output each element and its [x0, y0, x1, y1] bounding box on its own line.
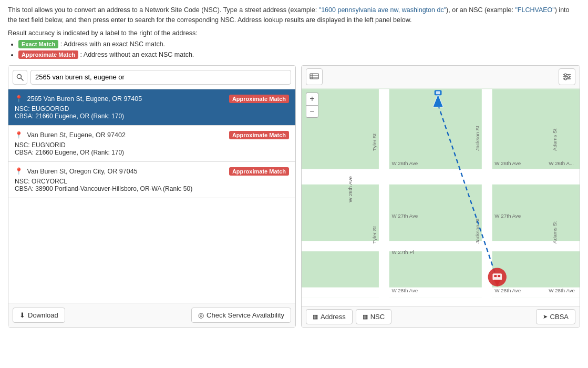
zoom-out-button[interactable]: − [306, 105, 318, 118]
svg-text:W 27th Ave: W 27th Ave [391, 213, 418, 219]
search-icon-button[interactable] [13, 70, 27, 85]
svg-rect-50 [494, 275, 497, 277]
result-address-3: 📍 Van Buren St, Oregon City, OR 97045 [15, 167, 138, 175]
zoom-in-button[interactable]: + [306, 93, 318, 105]
result-header-1: 📍 2565 Van Buren St, Eugene, OR 97405 Ap… [15, 95, 289, 103]
check-service-label: Check Service Availability [207, 311, 284, 319]
exact-match-desc: : Address with an exact NSC match. [60, 40, 165, 48]
result-item-2[interactable]: 📍 Van Buren St, Eugene, OR 97402 Approxi… [8, 126, 295, 162]
svg-point-9 [564, 74, 566, 76]
cbsa-label: CBSA [550, 313, 569, 321]
map-filter-button[interactable] [559, 68, 575, 85]
svg-text:W 26th Ave: W 26th Ave [494, 160, 521, 166]
right-panel: W 26th Ave W 26th Ave W 26th A... W 27th… [301, 65, 580, 328]
svg-text:Tyler St: Tyler St [372, 133, 377, 150]
result-item-3[interactable]: 📍 Van Buren St, Oregon City, OR 97045 Ap… [8, 162, 295, 198]
svg-rect-49 [492, 273, 502, 280]
results-list: 📍 2565 Van Buren St, Eugene, OR 97405 Ap… [8, 89, 295, 303]
svg-text:W 26th A...: W 26th A... [549, 160, 574, 166]
cbsa-icon: ➤ [543, 313, 548, 320]
left-panel: 📍 2565 Van Buren St, Eugene, OR 97405 Ap… [8, 65, 296, 328]
pin-icon-1: 📍 [15, 95, 23, 103]
svg-point-0 [17, 74, 22, 78]
left-footer: ⬇ Download ◎ Check Service Availability [8, 303, 295, 327]
download-icon: ⬇ [19, 311, 25, 319]
svg-text:W 27th Ave: W 27th Ave [494, 213, 521, 219]
empty-results-area [8, 198, 295, 240]
svg-text:Adams St: Adams St [552, 128, 558, 151]
result-nsc-3: NSC: ORCYORCL [15, 178, 289, 185]
map-footer: ▦ Address ▦ NSC ➤ CBSA [302, 306, 580, 327]
svg-rect-16 [302, 184, 379, 241]
download-label: Download [28, 311, 58, 319]
approx-match-desc: : Address without an exact NSC match. [80, 51, 194, 58]
exact-match-legend: Exact Match : Address with an exact NSC … [18, 40, 580, 48]
svg-rect-15 [492, 89, 580, 171]
nsc-icon: ▦ [363, 313, 368, 320]
svg-rect-47 [436, 91, 440, 94]
svg-rect-22 [302, 169, 580, 184]
map-footer-left: ▦ Address ▦ NSC [306, 309, 391, 324]
result-nsc-1: NSC: EUGOORGD [15, 105, 289, 113]
download-button[interactable]: ⬇ Download [13, 308, 65, 323]
approx-badge-1: Approximate Match [229, 95, 289, 103]
pin-icon-2: 📍 [15, 131, 23, 139]
zoom-controls: + − [306, 93, 318, 118]
map-footer-right: ➤ CBSA [536, 309, 575, 324]
map-svg: W 26th Ave W 26th Ave W 26th A... W 27th… [302, 88, 580, 306]
svg-rect-25 [302, 298, 580, 306]
svg-text:W 28th Ave: W 28th Ave [549, 288, 575, 293]
svg-point-10 [568, 76, 570, 78]
result-header-3: 📍 Van Buren St, Oregon City, OR 97045 Ap… [15, 167, 289, 176]
result-header-2: 📍 Van Buren St, Eugene, OR 97402 Approxi… [15, 131, 289, 139]
svg-text:W 28th Ave: W 28th Ave [391, 288, 418, 293]
accuracy-label: Result accuracy is indicated by a label … [8, 29, 580, 37]
search-icon [16, 74, 24, 81]
svg-text:Tyler St: Tyler St [372, 226, 377, 243]
result-cbsa-3: CBSA: 38900 Portland-Vancouver-Hillsboro… [15, 185, 289, 192]
svg-rect-23 [302, 241, 580, 251]
cbsa-button[interactable]: ➤ CBSA [536, 309, 575, 324]
map-layers-icon [310, 73, 319, 81]
description-text: This tool allows you to convert an addre… [8, 5, 580, 25]
result-nsc-2: NSC: EUGNORID [15, 141, 289, 149]
example-address-link[interactable]: "1600 pennsylvania ave nw, washington dc… [319, 6, 446, 14]
pin-icon-3: 📍 [15, 168, 23, 175]
svg-text:W 26th Ave: W 26th Ave [347, 176, 353, 202]
svg-text:W 26th Ave: W 26th Ave [391, 160, 418, 166]
svg-rect-24 [302, 287, 580, 298]
svg-text:W 27th Pl: W 27th Pl [391, 249, 414, 254]
badge-legend: Exact Match : Address with an exact NSC … [18, 40, 580, 59]
approx-match-legend: Approximate Match : Address without an e… [18, 50, 580, 59]
svg-line-1 [21, 78, 23, 80]
approx-badge-3: Approximate Match [229, 167, 289, 176]
result-address-1: 📍 2565 Van Buren St, Eugene, OR 97405 [15, 95, 142, 103]
example-nsc-link[interactable]: "FLCHVAEO" [515, 6, 554, 14]
search-bar [8, 66, 295, 89]
svg-rect-26 [379, 89, 389, 305]
map-area[interactable]: W 26th Ave W 26th Ave W 26th A... W 27th… [302, 88, 580, 306]
approx-badge-2: Approximate Match [229, 131, 289, 139]
address-button[interactable]: ▦ Address [306, 309, 353, 324]
main-layout: 📍 2565 Van Buren St, Eugene, OR 97405 Ap… [8, 65, 580, 328]
map-toolbar [302, 66, 580, 88]
nsc-label: NSC [370, 313, 385, 321]
svg-point-11 [564, 78, 566, 80]
check-service-icon: ◎ [198, 311, 204, 319]
exact-match-badge: Exact Match [18, 40, 58, 48]
check-service-button[interactable]: ◎ Check Service Availability [191, 308, 291, 323]
svg-text:W 28th Ave: W 28th Ave [494, 288, 521, 293]
result-cbsa-2: CBSA: 21660 Eugene, OR (Rank: 170) [15, 149, 289, 156]
svg-text:Jackson St: Jackson St [474, 125, 480, 150]
result-item-1[interactable]: 📍 2565 Van Buren St, Eugene, OR 97405 Ap… [8, 89, 295, 126]
svg-text:Adams St: Adams St [552, 221, 558, 243]
nsc-button[interactable]: ▦ NSC [356, 309, 391, 324]
address-icon: ▦ [313, 313, 318, 320]
result-address-2: 📍 Van Buren St, Eugene, OR 97402 [15, 131, 126, 139]
search-input[interactable] [30, 70, 291, 85]
result-cbsa-1: CBSA: 21660 Eugene, OR (Rank: 170) [15, 113, 289, 120]
map-filter-icon [562, 73, 572, 81]
svg-rect-51 [498, 275, 500, 277]
map-layers-button[interactable] [306, 68, 323, 85]
approx-match-badge: Approximate Match [18, 50, 78, 59]
